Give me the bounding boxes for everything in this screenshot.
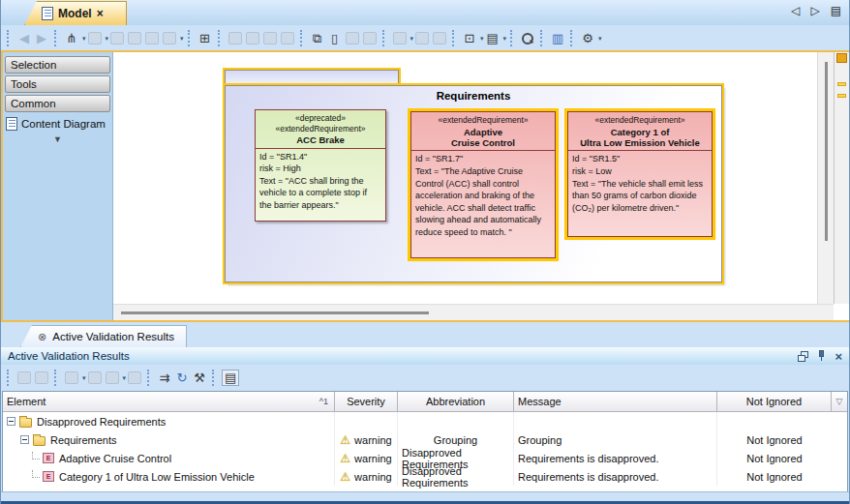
reset-style-icon[interactable] [433,32,446,44]
toolbar-grip [300,30,304,46]
chevron-down-icon[interactable]: ▾ [480,35,484,43]
message-value: Requirements is disapproved. [514,449,717,467]
pin-icon[interactable] [817,350,826,362]
vertical-scrollbar[interactable] [817,52,834,304]
show-containment-icon[interactable]: ⊞ [197,30,213,46]
table-header-row: Element ^1 Severity Abbreviation Message… [3,392,847,412]
add-related-elements-icon[interactable] [88,32,102,44]
restore-window-icon[interactable] [798,351,808,362]
panel-title: Active Validation Results [8,350,798,362]
column-header-abbreviation[interactable]: Abbreviation [398,392,514,411]
sidebar-item-common[interactable]: Common [5,95,110,112]
line-style-oblique-icon[interactable] [128,32,141,44]
chevron-down-icon: ▾ [180,35,184,43]
window-bottom-border [1,491,849,504]
diagram-canvas[interactable]: Requirements «deprecated» «extendedRequi… [113,52,849,320]
requirement-properties: Id = "SR1.5" risk = Low Text = "The vehi… [568,151,712,216]
back-icon[interactable]: ◀ [16,30,32,46]
sidebar-item-content-diagram[interactable]: Content Diagram [6,117,110,131]
tab-close-icon[interactable]: × [97,7,104,20]
ignore-flag-icon[interactable] [106,371,119,384]
show-image-icon[interactable] [263,32,277,44]
chevron-down-icon[interactable]: ▾ [503,35,507,43]
validation-marker-stripe [834,52,849,304]
fill-color-icon[interactable] [393,32,407,44]
next-tab-icon[interactable]: ▷ [810,5,819,16]
toolbar-grip [54,370,58,386]
close-icon[interactable]: × [835,350,842,363]
sidebar-item-selection[interactable]: Selection [5,56,110,74]
toolbar-grip [7,370,11,386]
package-tab-shape[interactable] [225,70,399,84]
expand-results-icon[interactable]: ⇉ [157,370,172,386]
requirement-category-1-ulev[interactable]: «extendedRequirement» Category 1 of Ultr… [567,111,713,237]
copy-icon[interactable]: ⧉ [310,30,325,46]
horizontal-scrollbar-thumb[interactable] [121,311,429,314]
paste-icon[interactable]: ▯ [327,30,343,46]
search-icon[interactable] [521,32,534,45]
column-header-element[interactable]: Element ^1 [3,392,335,411]
change-flow-direction-icon[interactable] [163,32,176,44]
refactor-icon[interactable] [228,32,242,44]
not-ignored-value: Not Ignored [717,449,832,467]
expander-icon[interactable] [20,435,29,444]
tab-active-validation-results[interactable]: ⊗ Active Validation Results [20,325,187,347]
validation-tab-icon: ⊗ [38,331,46,343]
select-in-diagram-icon[interactable] [35,371,48,384]
sidebar-item-tools[interactable]: Tools [5,75,110,93]
solve-icon[interactable] [88,371,102,384]
element-label: Disapproved Requirements [37,416,166,428]
message-value: Requirements is disapproved. [514,467,717,486]
refresh-icon[interactable]: ↻ [174,370,190,386]
column-header-severity[interactable]: Severity [335,392,398,411]
horizontal-scrollbar[interactable] [113,304,834,320]
tab-list-icon[interactable]: ▤ [831,5,841,16]
toolbar-grip [452,30,456,46]
legend-icon[interactable]: ▤ [485,30,501,46]
requirement-name: Adaptive Cruise Control [413,127,553,149]
hierarchy-icon[interactable]: ⋔ [64,30,79,46]
panel-tab-bar: ⊗ Active Validation Results [1,322,849,347]
chevron-down-icon: ▾ [410,35,414,43]
prev-tab-icon[interactable]: ◁ [791,5,800,16]
abort-icon[interactable] [128,371,141,384]
toolbar-grip [382,30,386,46]
abbreviation-value: Disapproved Requirements [398,467,514,486]
marker-top-icon[interactable] [836,53,847,63]
bring-to-front-icon[interactable] [415,32,429,44]
select-in-tree-icon[interactable] [17,371,31,384]
toolbar-grip [7,30,11,46]
expander-icon[interactable] [7,417,15,426]
chevron-down-icon[interactable]: ▾ [82,35,86,43]
show-frame-icon[interactable] [281,32,294,44]
toolbar-grip [540,30,544,46]
warning-marker-icon[interactable] [837,94,846,98]
line-style-bezier-icon[interactable] [145,32,159,44]
delete-icon[interactable] [346,32,359,44]
tab-model[interactable]: Model × [24,1,127,25]
window-layout-icon[interactable]: ⊡ [462,30,477,46]
table-row[interactable]: E Category 1 of Ultra Low Emission Vehic… [3,467,847,486]
validate-icon[interactable]: ▥ [550,30,565,46]
delete-from-diagram-icon[interactable] [363,32,377,44]
generate-report-icon[interactable]: ▤ [222,370,239,386]
gear-icon[interactable]: ⚙ [580,30,595,46]
palette-collapse-arrow-icon[interactable]: ▼ [3,134,112,144]
line-style-rectilinear-icon[interactable] [110,32,124,44]
column-header-not-ignored[interactable]: Not Ignored [717,392,832,411]
column-header-message[interactable]: Message [514,392,717,411]
requirement-acc-brake[interactable]: «deprecated» «extendedRequirement» ACC B… [255,109,386,222]
package-title: Requirements [226,90,721,102]
vertical-scrollbar-thumb[interactable] [825,62,828,241]
filter-icon[interactable]: ▽ [832,392,847,411]
warning-icon: ⚠ [340,471,350,483]
forward-icon[interactable]: ▶ [34,30,49,46]
tree-connector [32,452,40,460]
edit-compartments-icon[interactable] [246,32,259,44]
navigate-group-icon[interactable] [65,371,78,384]
warning-marker-icon[interactable] [837,82,846,86]
requirement-adaptive-cruise-control[interactable]: «extendedRequirement» Adaptive Cruise Co… [410,111,556,258]
chevron-down-icon[interactable]: ▾ [598,35,602,43]
table-row[interactable]: Disapproved Requirements [3,412,847,430]
validation-options-icon[interactable]: ⚒ [192,370,207,386]
